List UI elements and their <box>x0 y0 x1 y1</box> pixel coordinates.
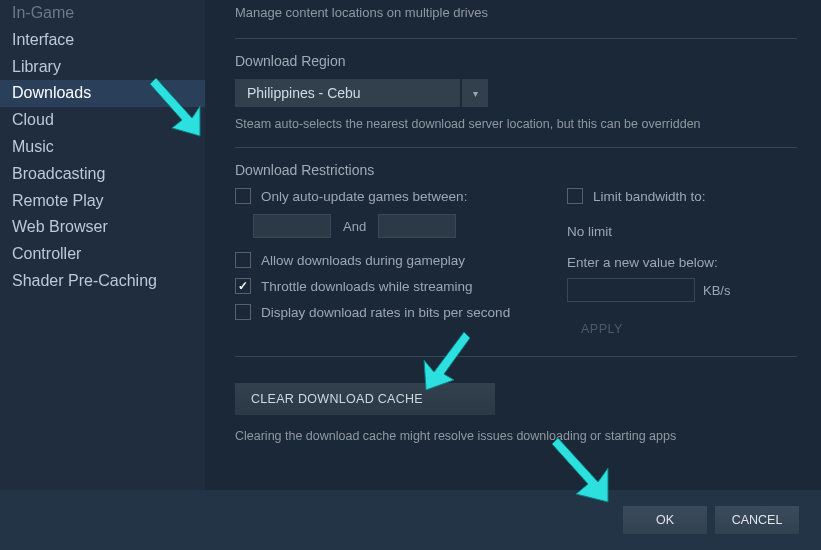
download-region-label: Download Region <box>235 53 797 69</box>
settings-content: Manage content locations on multiple dri… <box>205 0 821 490</box>
checkbox-icon[interactable] <box>235 278 251 294</box>
clear-download-cache-button[interactable]: CLEAR DOWNLOAD CACHE <box>235 383 495 415</box>
limit-bandwidth-label: Limit bandwidth to: <box>593 189 706 204</box>
sidebar-item-cloud[interactable]: Cloud <box>0 107 205 134</box>
time-start-input[interactable] <box>253 214 331 238</box>
sidebar-item-interface[interactable]: Interface <box>0 27 205 54</box>
no-limit-label: No limit <box>567 224 797 239</box>
divider <box>235 147 797 148</box>
dialog-footer: OK CANCEL <box>0 490 821 550</box>
sidebar-item-web-browser[interactable]: Web Browser <box>0 214 205 241</box>
bandwidth-input[interactable] <box>567 278 695 302</box>
sidebar-item-library[interactable]: Library <box>0 54 205 81</box>
time-end-input[interactable] <box>378 214 456 238</box>
settings-sidebar: In-Game Interface Library Downloads Clou… <box>0 0 205 490</box>
limit-bandwidth-row[interactable]: Limit bandwidth to: <box>567 188 797 204</box>
only-auto-update-row[interactable]: Only auto-update games between: <box>235 188 527 204</box>
divider <box>235 356 797 357</box>
checkbox-icon[interactable] <box>235 304 251 320</box>
display-bits-label: Display download rates in bits per secon… <box>261 305 510 320</box>
chevron-down-icon[interactable]: ▾ <box>462 79 488 107</box>
sidebar-item-controller[interactable]: Controller <box>0 241 205 268</box>
kbs-label: KB/s <box>703 283 730 298</box>
only-auto-update-label: Only auto-update games between: <box>261 189 467 204</box>
sidebar-item-downloads[interactable]: Downloads <box>0 80 205 107</box>
download-region-value: Philippines - Cebu <box>235 79 460 107</box>
cancel-button[interactable]: CANCEL <box>715 506 799 534</box>
content-locations-subtext: Manage content locations on multiple dri… <box>235 5 797 20</box>
allow-during-gameplay-row[interactable]: Allow downloads during gameplay <box>235 252 527 268</box>
time-range-row: And <box>253 214 527 238</box>
checkbox-icon[interactable] <box>235 252 251 268</box>
display-bits-row[interactable]: Display download rates in bits per secon… <box>235 304 527 320</box>
download-restrictions-label: Download Restrictions <box>235 162 797 178</box>
restrictions-right-column: Limit bandwidth to: No limit Enter a new… <box>567 188 797 342</box>
checkbox-icon[interactable] <box>235 188 251 204</box>
and-label: And <box>343 219 366 234</box>
divider <box>235 38 797 39</box>
restrictions-grid: Only auto-update games between: And Allo… <box>235 188 797 342</box>
sidebar-item-music[interactable]: Music <box>0 134 205 161</box>
checkbox-icon[interactable] <box>567 188 583 204</box>
throttle-streaming-row[interactable]: Throttle downloads while streaming <box>235 278 527 294</box>
throttle-streaming-label: Throttle downloads while streaming <box>261 279 473 294</box>
ok-button[interactable]: OK <box>623 506 707 534</box>
settings-body: In-Game Interface Library Downloads Clou… <box>0 0 821 490</box>
sidebar-item-in-game[interactable]: In-Game <box>0 0 205 27</box>
apply-button[interactable]: APPLY <box>567 316 797 342</box>
download-region-dropdown[interactable]: Philippines - Cebu ▾ <box>235 79 797 107</box>
download-region-helper: Steam auto-selects the nearest download … <box>235 117 797 131</box>
bandwidth-input-row: KB/s <box>567 278 797 302</box>
sidebar-item-shader-pre-caching[interactable]: Shader Pre-Caching <box>0 268 205 295</box>
enter-value-label: Enter a new value below: <box>567 255 797 270</box>
restrictions-left-column: Only auto-update games between: And Allo… <box>235 188 527 342</box>
sidebar-item-remote-play[interactable]: Remote Play <box>0 188 205 215</box>
clear-cache-helper: Clearing the download cache might resolv… <box>235 429 797 443</box>
allow-during-gameplay-label: Allow downloads during gameplay <box>261 253 465 268</box>
sidebar-item-broadcasting[interactable]: Broadcasting <box>0 161 205 188</box>
